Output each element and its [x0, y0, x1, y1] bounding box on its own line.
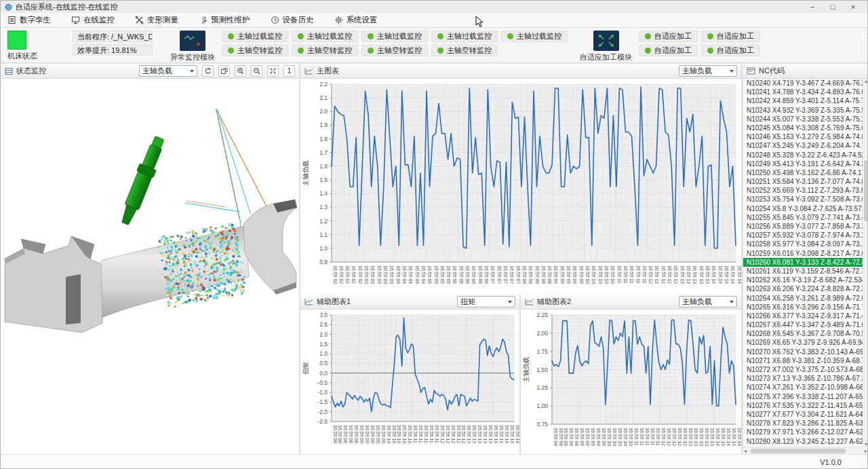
nc-code-line[interactable]: N10241 X4.788 Y-3.434 Z-4.893 A-76.062 — [743, 88, 868, 96]
minimize-button[interactable]: − — [802, 3, 823, 11]
nc-code-line[interactable]: N10279 X7.971 Y-3.266 Z-12.027 A-62.98 — [743, 428, 868, 436]
nc-code-line[interactable]: N10263 X6.206 Y-3.224 Z-8.828 A-72.33 C — [743, 284, 868, 293]
nc-code-line[interactable]: N10256 X5.889 Y-3.077 Z-7.858 A-73.348 — [743, 222, 868, 231]
3d-model-viewport[interactable] — [1, 79, 299, 457]
menu-item-device-history[interactable]: 设备历史 — [271, 15, 314, 25]
nc-code-line[interactable]: N10247 X5.245 Y-3.249 Z-6.204 A-74.701 — [743, 141, 868, 150]
nc-code-line[interactable]: N10253 X5.754 Y-3.092 Z-7.508 A-73.677 — [743, 195, 868, 204]
menu-item-predictive-maintenance[interactable]: 预测性维护 — [199, 15, 250, 25]
nc-code-line[interactable]: N10260 X6.081 Y-3.133 Z-8.422 A-72.835 — [743, 258, 868, 267]
nc-code-line[interactable]: N10262 X6.16 Y-3.19 Z-8.682 A-72.534 C — [743, 276, 868, 284]
zoom-in-button[interactable] — [235, 65, 246, 77]
nc-code-line[interactable]: N10257 X5.932 Y-3.078 Z-7.974 A-73.243 — [743, 231, 868, 240]
nc-code-line[interactable]: N10277 X7.677 Y-3.304 Z-11.621 A-64.48 — [743, 410, 868, 419]
nc-code-line[interactable]: N10246 X5.163 Y-3.279 Z-5.984 A-74.892 — [743, 132, 868, 141]
svg-text:16:59:08: 16:59:08 — [553, 428, 558, 446]
svg-text:16:59:09: 16:59:09 — [365, 425, 370, 443]
nc-code-line[interactable]: N10268 X6.545 Y-3.367 Z-9.708 A-70.519 — [743, 329, 868, 338]
scrollbar-thumb[interactable] — [864, 160, 868, 221]
scroll-right-icon[interactable]: ▸ — [865, 448, 867, 454]
nc-code-list[interactable]: N10240 X4.719 Y-3.467 Z-4.669 A-76.396N1… — [743, 79, 868, 447]
nc-code-line[interactable]: N10252 X5.669 Y-3.112 Z-7.293 A-73.844 — [743, 186, 868, 195]
nc-code-line[interactable]: N10261 X6.119 Y-3.159 Z-8.546 A-72.701 — [743, 267, 868, 276]
menu-item-digital-twin[interactable]: 数字孪生 — [7, 15, 51, 25]
maximize-button[interactable]: □ — [823, 3, 843, 11]
fit-view-button[interactable] — [267, 65, 279, 77]
svg-text:16:59:02: 16:59:02 — [358, 265, 363, 284]
nc-code-line[interactable]: N10274 X7.261 Y-3.352 Z-10.998 A-66.67 — [743, 383, 868, 392]
scrollbar-thumb[interactable] — [751, 449, 846, 453]
adaptive-module[interactable]: 自适应加工模块 — [580, 31, 632, 62]
overload-monitor-button[interactable]: 主轴过载监控 — [292, 31, 358, 42]
svg-text:16:59:07: 16:59:07 — [503, 265, 508, 284]
scroll-left-icon[interactable]: ◂ — [744, 448, 747, 454]
nc-code-line[interactable]: N10275 X7.396 Y-3.338 Z-11.207 A-65.95 — [743, 392, 868, 401]
left-signal-dropdown[interactable]: 主轴负载 — [139, 65, 197, 77]
nc-code-line[interactable]: N10265 X6.316 Y-3.296 Z-9.156 A-71.771 — [743, 303, 868, 312]
nc-code-line[interactable]: N10273 X7.13 Y-3.365 Z-10.786 A-67.372 — [743, 374, 868, 383]
menu-item-label: 数字孪生 — [20, 15, 51, 25]
nc-code-line[interactable]: N10271 X6.88 Y-3.381 Z-10.359 A-68.711 — [743, 356, 868, 365]
nc-code-line[interactable]: N10276 X7.535 Y-3.322 Z-11.415 A-65.22 — [743, 401, 868, 410]
reset-view-button[interactable] — [218, 65, 230, 77]
nc-code-line[interactable]: N10255 X5.845 Y-3.079 Z-7.741 A-73.458 — [743, 213, 868, 222]
svg-text:16:59:06: 16:59:06 — [471, 265, 476, 284]
nc-code-line[interactable]: N10242 X4.859 Y-3.401 Z-5.114 A-75.775 — [743, 96, 868, 105]
nc-code-line[interactable]: N10266 X6.377 Y-3.324 Z-9.317 A-71.443 — [743, 312, 868, 320]
nc-code-line[interactable]: N10250 X5.498 Y-3.162 Z-6.86 A-74.178 C — [743, 168, 868, 177]
nc-code-line[interactable]: N10272 X7.002 Y-3.375 Z-10.573 A-68.05 — [743, 365, 868, 374]
nc-code-line[interactable]: N10280 X8.123 Y-3.245 Z-12.227 A-62.23 — [743, 437, 868, 446]
aux1-signal-dropdown[interactable]: 扭矩 — [457, 296, 515, 307]
nc-code-line[interactable]: N10278 X7.823 Y-3.286 Z-11.825 A-63.73 — [743, 419, 868, 428]
adaptive-machining-button[interactable]: 自适应加工 — [701, 31, 760, 42]
page-number-box[interactable]: 1 — [283, 65, 295, 77]
svg-text:16:59:09: 16:59:09 — [553, 265, 558, 284]
nc-code-line[interactable]: N10270 X6.762 Y-3.383 Z-10.143 A-69.34 — [743, 348, 868, 356]
aux2-signal-dropdown[interactable]: 主轴负载 — [679, 296, 737, 307]
vertical-scrollbar[interactable]: ▲▼ — [863, 79, 868, 447]
nc-code-line[interactable]: N10249 X5.413 Y-3.191 Z-6.642 A-74.346 — [743, 160, 868, 168]
svg-text:1.2: 1.2 — [319, 218, 328, 225]
menu-item-online-monitoring[interactable]: 在线监控 — [71, 15, 115, 25]
idle-monitor-button[interactable]: 主轴空转监控 — [292, 45, 358, 56]
adaptive-machining-button[interactable]: 自适应加工 — [639, 45, 698, 56]
nc-code-line[interactable]: N10244 X5.007 Y-3.338 Z-5.553 A-75.297 — [743, 115, 868, 124]
svg-text:16:59:05: 16:59:05 — [434, 265, 439, 284]
anomaly-module[interactable]: 异常监控模块 — [170, 31, 215, 62]
nc-code-line[interactable]: N10264 X6.258 Y-3.261 Z-8.989 A-72.072 — [743, 294, 868, 303]
nc-code-line[interactable]: N10254 X5.8 Y-3.084 Z-7.625 A-73.571 C — [743, 204, 868, 213]
overload-monitor-button[interactable]: 主轴过载监控 — [501, 31, 568, 42]
close-button[interactable]: × — [843, 3, 863, 11]
menu-item-system-settings[interactable]: 系统设置 — [334, 15, 378, 25]
svg-text:16:59:10: 16:59:10 — [598, 265, 603, 284]
nc-code-line[interactable]: N10248 X5.328 Y-3.22 Z-6.423 A-74.52 C — [743, 151, 868, 160]
overload-monitor-button[interactable]: 主轴过载监控 — [431, 31, 498, 42]
nc-code-line[interactable]: N10259 X6.016 Y-3.098 Z-8.217 A-73.036 — [743, 249, 868, 258]
nc-code-line[interactable]: N10245 X5.084 Y-3.308 Z-5.769 A-75.088 — [743, 124, 868, 132]
nc-code-line[interactable]: N10258 X5.977 Y-3.084 Z-8.097 A-73.138 — [743, 240, 868, 248]
nc-code-line[interactable]: N10251 X5.584 Y-3.136 Z-7.077 A-74.012 — [743, 177, 868, 186]
zoom-out-button[interactable] — [251, 65, 262, 77]
svg-text:16:59:04: 16:59:04 — [408, 265, 413, 284]
gear-icon — [334, 16, 343, 24]
adaptive-machining-button[interactable]: 自适应加工 — [701, 45, 760, 56]
aux-chart2: 0.751.001.251.501.752.002.2516:59:0816:5… — [521, 309, 741, 459]
main-chart-signal-dropdown[interactable]: 主轴负载 — [679, 65, 737, 77]
svg-text:16:59:10: 16:59:10 — [610, 265, 615, 284]
adaptive-machining-button[interactable]: 自适应加工 — [639, 31, 698, 42]
horizontal-scrollbar[interactable]: ◂ ▸ — [743, 447, 868, 454]
idle-monitor-button[interactable]: 主轴空转监控 — [361, 45, 428, 56]
nc-code-line[interactable]: N10267 X6.447 Y-3.347 Z-9.489 A-71.055 — [743, 320, 868, 329]
app-window: 自适应系统-在线监控-在线监控 − □ × 数字孪生 在线监控 变形测量 预测性… — [0, 0, 868, 469]
nc-code-line[interactable]: N10243 X4.932 Y-3.369 Z-5.335 A-75.523 — [743, 106, 868, 115]
overload-monitor-button[interactable]: 主轴过载监控 — [222, 31, 288, 42]
idle-monitor-button[interactable]: 主轴空转监控 — [431, 45, 498, 56]
svg-text:16:59:06: 16:59:06 — [459, 265, 464, 284]
nc-code-line[interactable]: N10269 X6.65 Y-3.379 Z-9.926 A-69.947 C — [743, 338, 868, 347]
idle-monitor-button[interactable]: 主轴空转监控 — [222, 45, 288, 56]
svg-text:-2.5: -2.5 — [317, 418, 328, 425]
overload-monitor-button[interactable]: 主轴过载监控 — [361, 31, 428, 42]
nc-code-line[interactable]: N10240 X4.719 Y-3.467 Z-4.669 A-76.396 — [743, 79, 868, 88]
rotate-left-button[interactable] — [202, 65, 214, 77]
menu-item-deformation-measure[interactable]: 变形测量 — [135, 15, 178, 25]
